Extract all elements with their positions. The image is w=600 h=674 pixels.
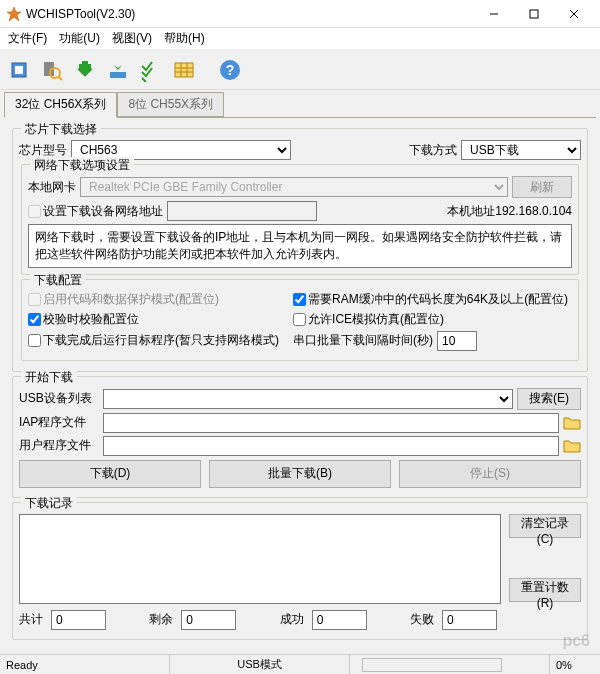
toolbar: ? [0,50,600,90]
toolbar-check-icon[interactable] [136,55,166,85]
remain-label: 剩余 [149,611,173,628]
user-file-input[interactable] [103,436,559,456]
toolbar-download-icon[interactable] [70,55,100,85]
user-file-label: 用户程序文件 [19,437,99,454]
interval-label: 串口批量下载间隔时间(秒) [293,332,433,349]
menu-func[interactable]: 功能(U) [53,27,106,50]
ram-64k-checkbox[interactable]: 需要RAM缓冲中的代码长度为64K及以上(配置位) [293,291,568,308]
reset-count-button[interactable]: 重置计数(R) [509,578,581,602]
menubar: 文件(F) 功能(U) 视图(V) 帮助(H) [0,28,600,50]
svg-text:?: ? [226,62,235,78]
clear-log-button[interactable]: 清空记录(C) [509,514,581,538]
success-label: 成功 [280,611,304,628]
iap-browse-icon[interactable] [563,415,581,431]
statusbar: Ready USB模式 0% [0,654,600,674]
success-value[interactable] [312,610,367,630]
toolbar-help-icon[interactable]: ? [215,55,245,85]
maximize-button[interactable] [514,3,554,25]
nic-label: 本地网卡 [28,179,76,196]
tab-8bit[interactable]: 8位 CH55X系列 [117,92,224,117]
download-config-group: 下载配置 启用代码和数据保护模式(配置位) 需要RAM缓冲中的代码长度为64K及… [21,279,579,361]
toolbar-find-icon[interactable] [37,55,67,85]
verify-config-checkbox[interactable]: 校验时校验配置位 [28,311,289,328]
download-method-select[interactable]: USB下载 [461,140,581,160]
download-log-legend: 下载记录 [21,495,77,512]
status-ready: Ready [0,655,170,674]
watermark: pc6 [562,632,590,650]
chip-model-label: 芯片型号 [19,142,67,159]
total-label: 共计 [19,611,43,628]
minimize-button[interactable] [474,3,514,25]
svg-rect-6 [15,66,23,74]
batch-download-button[interactable]: 批量下载(B) [209,460,391,488]
menu-help[interactable]: 帮助(H) [158,27,211,50]
protect-mode-checkbox[interactable]: 启用代码和数据保护模式(配置位) [28,291,289,308]
iap-file-label: IAP程序文件 [19,414,99,431]
interval-input[interactable] [437,331,477,351]
svg-rect-2 [530,10,538,18]
allow-ice-checkbox[interactable]: 允许ICE模拟仿真(配置位) [293,311,444,328]
fail-label: 失败 [410,611,434,628]
progress-bar [362,658,502,672]
close-button[interactable] [554,3,594,25]
toolbar-chip-icon[interactable] [4,55,34,85]
toolbar-grid-icon[interactable] [169,55,199,85]
search-button[interactable]: 搜索(E) [517,388,581,410]
stop-button[interactable]: 停止(S) [399,460,581,488]
start-download-group: 开始下载 USB设备列表 搜索(E) IAP程序文件 用户程序文件 下载(D) … [12,376,588,498]
usb-list-label: USB设备列表 [19,390,99,407]
menu-view[interactable]: 视图(V) [106,27,158,50]
download-config-legend: 下载配置 [30,272,86,289]
chip-select-legend: 芯片下载选择 [21,121,101,138]
remain-value[interactable] [181,610,236,630]
window-title: WCHISPTool(V2.30) [26,7,474,21]
run-after-download-checkbox[interactable]: 下载完成后运行目标程序(暂只支持网络模式) [28,332,289,349]
main-panel: 芯片下载选择 芯片型号 CH563 下载方式 USB下载 网络下载选项设置 本地… [4,118,596,650]
status-percent: 0% [550,655,600,674]
menu-file[interactable]: 文件(F) [2,27,53,50]
tab-bar: 32位 CH56X系列 8位 CH55X系列 [4,92,596,118]
total-value[interactable] [51,610,106,630]
network-options-legend: 网络下载选项设置 [30,157,134,174]
start-download-legend: 开始下载 [21,369,77,386]
iap-file-input[interactable] [103,413,559,433]
download-method-label: 下载方式 [409,142,457,159]
set-net-addr-checkbox[interactable]: 设置下载设备网络地址 [28,203,163,220]
refresh-button[interactable]: 刷新 [512,176,572,198]
network-options-group: 网络下载选项设置 本地网卡 Realtek PCIe GBE Family Co… [21,164,579,275]
svg-marker-0 [7,7,21,21]
svg-rect-11 [175,63,193,77]
status-mode: USB模式 [170,655,350,674]
tab-32bit[interactable]: 32位 CH56X系列 [4,92,117,118]
svg-line-9 [58,76,62,80]
log-textarea[interactable] [19,514,501,604]
network-note: 网络下载时，需要设置下载设备的IP地址，且与本机为同一网段。如果遇网络安全防护软… [28,224,572,268]
host-addr-label: 本机地址192.168.0.104 [447,203,572,220]
svg-rect-10 [110,72,126,78]
chip-select-group: 芯片下载选择 芯片型号 CH563 下载方式 USB下载 网络下载选项设置 本地… [12,128,588,372]
download-button[interactable]: 下载(D) [19,460,201,488]
usb-list-select[interactable] [103,389,513,409]
app-icon [6,6,22,22]
toolbar-batch-icon[interactable] [103,55,133,85]
fail-value[interactable] [442,610,497,630]
download-log-group: 下载记录 清空记录(C) 重置计数(R) 共计 剩余 成功 失败 [12,502,588,640]
device-addr-input[interactable] [167,201,317,221]
nic-select[interactable]: Realtek PCIe GBE Family Controller [80,177,508,197]
user-browse-icon[interactable] [563,438,581,454]
titlebar: WCHISPTool(V2.30) [0,0,600,28]
